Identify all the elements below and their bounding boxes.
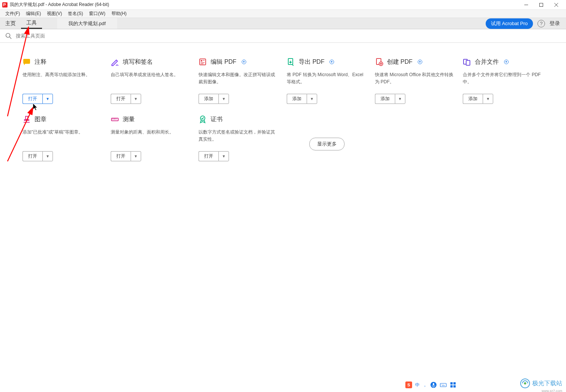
tool-dropdown-button[interactable]: ▼ — [42, 151, 53, 161]
minimize-button[interactable] — [519, 0, 534, 10]
premium-badge-icon: ✦ — [242, 60, 246, 64]
tool-action-button[interactable]: 添加 — [463, 94, 483, 104]
tool-title: 测量 — [123, 116, 135, 123]
tool-description: 以数字方式签名或验证文档，并验证其真实性。 — [199, 129, 279, 144]
tool-card-certificate: 证书 以数字方式签名或验证文档，并验证其真实性。 打开 ▼ — [199, 115, 279, 161]
tool-action-button[interactable]: 打开 — [111, 94, 131, 104]
tool-title: 填写和签名 — [123, 58, 153, 66]
tab-tools[interactable]: 工具 — [21, 18, 42, 29]
tool-description: 测量对象的距离、面积和周长。 — [111, 129, 191, 144]
svg-rect-40 — [450, 385, 453, 387]
menu-view[interactable]: 视图(V) — [44, 11, 65, 17]
tool-title: 注释 — [35, 58, 47, 66]
watermark-text: 极光下载站 — [532, 380, 562, 387]
watermark: 极光下载站 — [520, 378, 562, 388]
ime-mic-icon[interactable] — [430, 381, 437, 388]
tool-action-button[interactable]: 打开 — [111, 151, 131, 161]
watermark-logo-icon — [520, 378, 530, 388]
export-icon — [287, 58, 295, 66]
tool-dropdown-button[interactable]: ▼ — [395, 94, 405, 104]
svg-rect-33 — [440, 383, 446, 387]
maximize-button[interactable] — [534, 0, 549, 10]
stamp-icon — [23, 115, 31, 123]
titlebar-text: 我的大学规划.pdf - Adobe Acrobat Reader (64-bi… — [10, 2, 519, 8]
tool-dropdown-button[interactable]: ▼ — [483, 94, 493, 104]
tool-dropdown-button[interactable]: ▼ — [218, 94, 229, 104]
tool-card-comment: 注释 使用附注、高亮等功能添加注释。 打开 ▼ — [23, 58, 103, 104]
tool-card-create: 创建 PDF✦ 快速将 Microsoft Office 和其他文件转换为 PD… — [375, 58, 456, 104]
tool-dropdown-button[interactable]: ▼ — [218, 151, 229, 161]
show-more-button[interactable]: 显示更多 — [309, 138, 345, 150]
tool-card-stamp: 图章 添加"已批准"或"草稿"等图章。 打开 ▼ — [23, 115, 103, 161]
ime-lang[interactable]: 中 — [415, 382, 420, 388]
svg-rect-41 — [453, 385, 456, 387]
tool-action-button[interactable]: 添加 — [375, 94, 395, 104]
mouse-cursor — [33, 104, 39, 111]
svg-rect-7 — [23, 59, 30, 64]
svg-rect-22 — [111, 118, 118, 121]
ime-keyboard-icon[interactable] — [440, 381, 447, 388]
tab-home[interactable]: 主页 — [0, 18, 21, 29]
ime-settings-icon[interactable] — [450, 381, 456, 388]
search-input[interactable] — [16, 33, 561, 39]
tool-action-button[interactable]: 添加 — [287, 94, 307, 104]
app-icon — [2, 2, 8, 8]
tool-title: 导出 PDF — [299, 58, 324, 66]
tool-title: 编辑 PDF — [211, 58, 236, 66]
tool-title: 创建 PDF — [387, 58, 412, 66]
tool-dropdown-button[interactable]: ▼ — [307, 94, 317, 104]
measure-icon — [111, 115, 119, 123]
svg-point-5 — [6, 33, 10, 37]
tool-card-measure: 测量 测量对象的距离、面积和周长。 打开 ▼ — [111, 115, 191, 161]
menu-window[interactable]: 窗口(W) — [86, 11, 108, 17]
try-pro-button[interactable]: 试用 Acrobat Pro — [486, 18, 533, 29]
tool-description: 快速编辑文本和图像。改正拼写错误或裁剪图像。 — [199, 71, 279, 86]
edit-icon — [199, 58, 207, 66]
tool-description: 将 PDF 转换为 Microsoft Word、Excel 等格式。 — [287, 71, 367, 86]
titlebar: 我的大学规划.pdf - Adobe Acrobat Reader (64-bi… — [0, 0, 566, 10]
tool-action-button[interactable]: 打开 — [23, 151, 42, 161]
tool-dropdown-button[interactable]: ▼ — [131, 151, 141, 161]
svg-text:S: S — [407, 383, 410, 387]
svg-rect-9 — [201, 60, 202, 62]
help-icon[interactable]: ? — [537, 20, 545, 27]
menu-help[interactable]: 帮助(H) — [108, 11, 130, 17]
watermark-url: www.xz7.com — [542, 389, 562, 392]
tools-container: 注释 使用附注、高亮等功能添加注释。 打开 ▼ 填写和签名 自己填写表单或发送给… — [0, 43, 566, 176]
ime-toolbar: S 中 ， — [403, 381, 459, 389]
svg-rect-39 — [453, 382, 456, 384]
search-icon — [5, 33, 12, 39]
tool-title: 证书 — [211, 116, 223, 123]
tool-description: 使用附注、高亮等功能添加注释。 — [23, 71, 103, 86]
svg-rect-38 — [450, 382, 453, 384]
certificate-icon — [199, 115, 207, 123]
close-button[interactable] — [549, 0, 564, 10]
tabbar: 主页 工具 我的大学规划.pdf 试用 Acrobat Pro ? 登录 — [0, 18, 566, 29]
menu-sign[interactable]: 签名(S) — [65, 11, 86, 17]
tool-description: 快速将 Microsoft Office 和其他文件转换为 PDF。 — [375, 71, 456, 86]
tool-dropdown-button[interactable]: ▼ — [42, 94, 53, 104]
tool-action-button[interactable]: 打开 — [23, 94, 42, 104]
comment-icon — [23, 58, 31, 66]
tool-dropdown-button[interactable]: ▼ — [131, 94, 141, 104]
tool-card-export: 导出 PDF✦ 将 PDF 转换为 Microsoft Word、Excel 等… — [287, 58, 367, 104]
menu-edit[interactable]: 编辑(E) — [23, 11, 44, 17]
tab-document[interactable]: 我的大学规划.pdf — [57, 18, 117, 29]
menu-file[interactable]: 文件(F) — [2, 11, 23, 17]
premium-badge-icon: ✦ — [330, 60, 334, 64]
menubar: 文件(F) 编辑(E) 视图(V) 签名(S) 窗口(W) 帮助(H) — [0, 10, 566, 18]
tool-action-button[interactable]: 添加 — [199, 94, 218, 104]
svg-line-6 — [10, 37, 12, 39]
tool-description: 自己填写表单或发送给他人签名。 — [111, 71, 191, 86]
premium-badge-icon: ✦ — [418, 60, 422, 64]
tool-description: 合并多个文件并将它们整理到一个 PDF 中。 — [463, 71, 543, 86]
login-link[interactable]: 登录 — [549, 20, 560, 27]
tool-action-button[interactable]: 打开 — [199, 151, 218, 161]
ime-punct[interactable]: ， — [423, 382, 427, 388]
ime-logo-icon: S — [405, 381, 412, 388]
svg-rect-20 — [24, 119, 29, 121]
tool-card-edit: 编辑 PDF✦ 快速编辑文本和图像。改正拼写错误或裁剪图像。 添加 ▼ — [199, 58, 279, 104]
create-icon — [375, 58, 383, 66]
svg-rect-19 — [466, 60, 470, 65]
tool-card-combine: 合并文件✦ 合并多个文件并将它们整理到一个 PDF 中。 添加 ▼ — [463, 58, 543, 104]
